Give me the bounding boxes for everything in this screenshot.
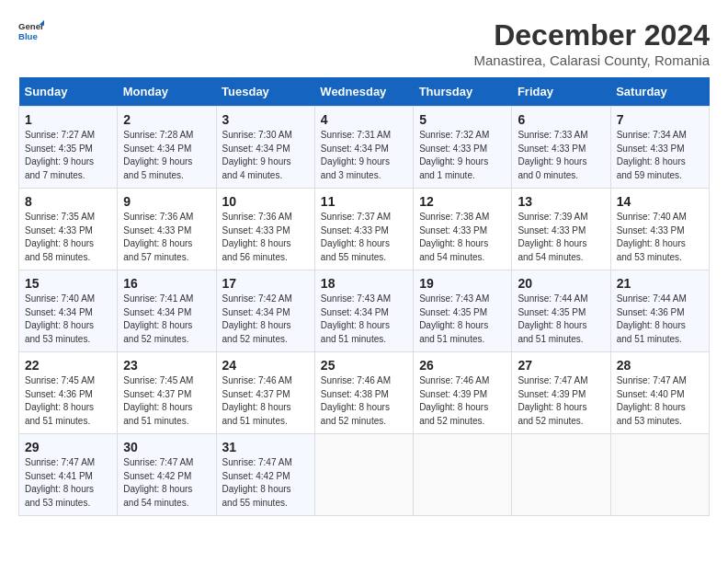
calendar-cell: 14Sunrise: 7:40 AMSunset: 4:33 PMDayligh… [610,189,709,270]
calendar-day-header: Sunday [19,77,118,107]
day-info: Sunrise: 7:34 AMSunset: 4:33 PMDaylight:… [617,129,703,182]
logo: General Blue [18,18,44,44]
calendar-cell: 21Sunrise: 7:44 AMSunset: 4:36 PMDayligh… [610,270,709,352]
day-number: 12 [419,194,506,209]
day-info: Sunrise: 7:47 AMSunset: 4:42 PMDaylight:… [222,456,309,510]
title-area: December 2024 Manastirea, Calarasi Count… [473,18,710,68]
day-number: 3 [222,112,309,127]
calendar-cell: 9Sunrise: 7:36 AMSunset: 4:33 PMDaylight… [118,189,216,270]
calendar-cell: 30Sunrise: 7:47 AMSunset: 4:42 PMDayligh… [118,434,216,516]
calendar-cell: 4Sunrise: 7:31 AMSunset: 4:34 PMDaylight… [314,107,413,189]
day-number: 1 [25,112,111,127]
day-number: 30 [123,440,210,454]
day-number: 7 [617,112,703,127]
day-info: Sunrise: 7:38 AMSunset: 4:33 PMDaylight:… [419,211,506,264]
day-number: 24 [222,358,309,373]
day-number: 9 [123,194,210,209]
day-info: Sunrise: 7:37 AMSunset: 4:33 PMDaylight:… [321,211,407,264]
day-info: Sunrise: 7:44 AMSunset: 4:35 PMDaylight:… [518,293,604,346]
page-title: December 2024 [473,18,710,52]
day-info: Sunrise: 7:40 AMSunset: 4:34 PMDaylight:… [25,293,111,346]
day-info: Sunrise: 7:27 AMSunset: 4:35 PMDaylight:… [25,129,111,182]
calendar-cell: 17Sunrise: 7:42 AMSunset: 4:34 PMDayligh… [216,270,314,352]
calendar-day-header: Thursday [414,77,512,107]
calendar-week-row: 8Sunrise: 7:35 AMSunset: 4:33 PMDaylight… [19,189,710,270]
day-number: 28 [617,358,703,373]
day-info: Sunrise: 7:28 AMSunset: 4:34 PMDaylight:… [123,129,210,182]
day-info: Sunrise: 7:47 AMSunset: 4:39 PMDaylight:… [518,374,604,428]
day-info: Sunrise: 7:44 AMSunset: 4:36 PMDaylight:… [617,293,703,346]
day-number: 11 [321,194,407,209]
day-info: Sunrise: 7:46 AMSunset: 4:38 PMDaylight:… [321,374,407,428]
calendar-cell: 25Sunrise: 7:46 AMSunset: 4:38 PMDayligh… [314,352,413,434]
calendar-cell: 29Sunrise: 7:47 AMSunset: 4:41 PMDayligh… [19,434,118,516]
day-info: Sunrise: 7:45 AMSunset: 4:37 PMDaylight:… [123,374,210,428]
day-number: 5 [419,112,506,127]
calendar-cell [314,434,413,516]
page-subtitle: Manastirea, Calarasi County, Romania [473,52,710,68]
day-number: 29 [25,440,111,454]
day-info: Sunrise: 7:47 AMSunset: 4:41 PMDaylight:… [25,456,111,510]
calendar-cell: 7Sunrise: 7:34 AMSunset: 4:33 PMDaylight… [610,107,709,189]
calendar-day-header: Friday [512,77,610,107]
day-info: Sunrise: 7:41 AMSunset: 4:34 PMDaylight:… [123,293,210,346]
day-number: 2 [123,112,210,127]
calendar-cell: 22Sunrise: 7:45 AMSunset: 4:36 PMDayligh… [19,352,118,434]
calendar-day-header: Tuesday [216,77,314,107]
calendar-cell: 10Sunrise: 7:36 AMSunset: 4:33 PMDayligh… [216,189,314,270]
day-number: 21 [617,276,703,291]
day-number: 25 [321,358,407,373]
day-info: Sunrise: 7:43 AMSunset: 4:34 PMDaylight:… [321,293,407,346]
calendar-cell: 5Sunrise: 7:32 AMSunset: 4:33 PMDaylight… [414,107,512,189]
calendar-cell: 19Sunrise: 7:43 AMSunset: 4:35 PMDayligh… [414,270,512,352]
day-info: Sunrise: 7:47 AMSunset: 4:42 PMDaylight:… [123,456,210,510]
calendar-cell: 16Sunrise: 7:41 AMSunset: 4:34 PMDayligh… [118,270,216,352]
day-info: Sunrise: 7:47 AMSunset: 4:40 PMDaylight:… [617,374,703,428]
day-number: 19 [419,276,506,291]
calendar-week-row: 22Sunrise: 7:45 AMSunset: 4:36 PMDayligh… [19,352,710,434]
day-info: Sunrise: 7:40 AMSunset: 4:33 PMDaylight:… [617,211,703,264]
logo-icon: General Blue [18,18,44,44]
calendar-table: SundayMondayTuesdayWednesdayThursdayFrid… [18,77,710,516]
day-number: 20 [518,276,604,291]
calendar-cell [610,434,709,516]
calendar-cell: 13Sunrise: 7:39 AMSunset: 4:33 PMDayligh… [512,189,610,270]
day-number: 4 [321,112,407,127]
calendar-week-row: 29Sunrise: 7:47 AMSunset: 4:41 PMDayligh… [19,434,710,516]
day-info: Sunrise: 7:45 AMSunset: 4:36 PMDaylight:… [25,374,111,428]
day-number: 8 [25,194,111,209]
day-number: 17 [222,276,309,291]
day-number: 10 [222,194,309,209]
day-number: 23 [123,358,210,373]
day-info: Sunrise: 7:33 AMSunset: 4:33 PMDaylight:… [518,129,604,182]
day-info: Sunrise: 7:46 AMSunset: 4:37 PMDaylight:… [222,374,309,428]
day-info: Sunrise: 7:46 AMSunset: 4:39 PMDaylight:… [419,374,506,428]
calendar-cell: 24Sunrise: 7:46 AMSunset: 4:37 PMDayligh… [216,352,314,434]
calendar-cell: 2Sunrise: 7:28 AMSunset: 4:34 PMDaylight… [118,107,216,189]
calendar-week-row: 15Sunrise: 7:40 AMSunset: 4:34 PMDayligh… [19,270,710,352]
day-info: Sunrise: 7:39 AMSunset: 4:33 PMDaylight:… [518,211,604,264]
day-number: 16 [123,276,210,291]
calendar-cell: 11Sunrise: 7:37 AMSunset: 4:33 PMDayligh… [314,189,413,270]
calendar-cell: 18Sunrise: 7:43 AMSunset: 4:34 PMDayligh… [314,270,413,352]
calendar-cell: 15Sunrise: 7:40 AMSunset: 4:34 PMDayligh… [19,270,118,352]
calendar-week-row: 1Sunrise: 7:27 AMSunset: 4:35 PMDaylight… [19,107,710,189]
day-info: Sunrise: 7:36 AMSunset: 4:33 PMDaylight:… [222,211,309,264]
calendar-day-header: Saturday [610,77,709,107]
day-number: 31 [222,440,309,454]
calendar-cell: 20Sunrise: 7:44 AMSunset: 4:35 PMDayligh… [512,270,610,352]
calendar-cell: 27Sunrise: 7:47 AMSunset: 4:39 PMDayligh… [512,352,610,434]
calendar-cell: 12Sunrise: 7:38 AMSunset: 4:33 PMDayligh… [414,189,512,270]
calendar-cell [512,434,610,516]
day-number: 13 [518,194,604,209]
day-number: 27 [518,358,604,373]
calendar-cell: 3Sunrise: 7:30 AMSunset: 4:34 PMDaylight… [216,107,314,189]
calendar-day-header: Wednesday [314,77,413,107]
day-info: Sunrise: 7:43 AMSunset: 4:35 PMDaylight:… [419,293,506,346]
day-info: Sunrise: 7:31 AMSunset: 4:34 PMDaylight:… [321,129,407,182]
calendar-cell: 8Sunrise: 7:35 AMSunset: 4:33 PMDaylight… [19,189,118,270]
calendar-header-row: SundayMondayTuesdayWednesdayThursdayFrid… [19,77,710,107]
calendar-day-header: Monday [118,77,216,107]
day-number: 18 [321,276,407,291]
day-number: 26 [419,358,506,373]
